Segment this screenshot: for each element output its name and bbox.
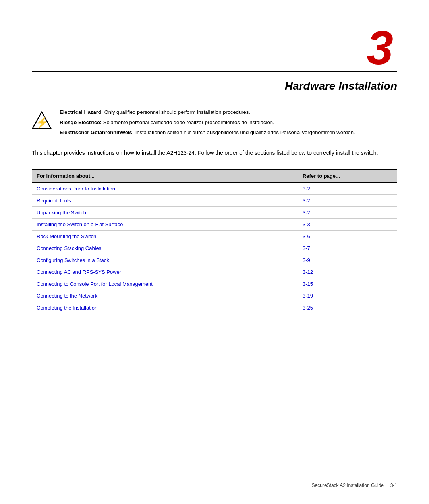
table-row: Connecting Stacking Cables3-7 xyxy=(32,242,397,254)
chapter-title: Hardware Installation xyxy=(32,80,397,92)
table-cell-page[interactable]: 3-2 xyxy=(298,206,397,218)
table-row: Unpacking the Switch3-2 xyxy=(32,206,397,218)
warning-electrical-hazard: Electrical Hazard: Only qualified person… xyxy=(60,108,397,116)
table-cell-topic[interactable]: Configuring Switches in a Stack xyxy=(32,254,298,266)
warning-section: ⚡ Electrical Hazard: Only qualified pers… xyxy=(32,108,397,137)
page-container: 3 Hardware Installation ⚡ Electrical Haz… xyxy=(0,0,429,504)
table-cell-page[interactable]: 3-12 xyxy=(298,266,397,278)
table-row: Required Tools3-2 xyxy=(32,194,397,206)
table-cell-page[interactable]: 3-15 xyxy=(298,278,397,290)
warning-elektrischer: Elektrischer Gefahrenhinweis: Installati… xyxy=(60,129,397,137)
table-cell-page[interactable]: 3-6 xyxy=(298,230,397,242)
svg-text:⚡: ⚡ xyxy=(35,116,49,129)
table-cell-page[interactable]: 3-2 xyxy=(298,194,397,206)
table-row: Connecting to the Network3-19 xyxy=(32,290,397,302)
table-cell-topic[interactable]: Connecting to Console Port for Local Man… xyxy=(32,278,298,290)
table-cell-topic[interactable]: Considerations Prior to Installation xyxy=(32,183,298,195)
table-row: Considerations Prior to Installation3-2 xyxy=(32,183,397,195)
table-header-row: For information about... Refer to page..… xyxy=(32,169,397,183)
table-cell-page[interactable]: 3-2 xyxy=(298,183,397,195)
warning-text: Electrical Hazard: Only qualified person… xyxy=(60,108,397,137)
table-cell-page[interactable]: 3-19 xyxy=(298,290,397,302)
footer-page: 3-1 xyxy=(390,483,397,488)
page-footer: SecureStack A2 Installation Guide 3-1 xyxy=(312,483,397,488)
table-cell-topic[interactable]: Completing the Installation xyxy=(32,302,298,314)
table-row: Connecting to Console Port for Local Man… xyxy=(32,278,397,290)
table-cell-page[interactable]: 3-25 xyxy=(298,302,397,314)
table-cell-page[interactable]: 3-7 xyxy=(298,242,397,254)
chapter-number: 3 xyxy=(32,24,397,71)
intro-paragraph: This chapter provides instructions on ho… xyxy=(32,148,397,157)
table-row: Connecting AC and RPS-SYS Power3-12 xyxy=(32,266,397,278)
electrical-hazard-icon: ⚡ xyxy=(32,110,52,130)
toc-table: For information about... Refer to page..… xyxy=(32,169,397,314)
table-cell-topic[interactable]: Required Tools xyxy=(32,194,298,206)
footer-text: SecureStack A2 Installation Guide xyxy=(312,483,384,488)
table-row: Installing the Switch on a Flat Surface3… xyxy=(32,218,397,230)
table-cell-topic[interactable]: Installing the Switch on a Flat Surface xyxy=(32,218,298,230)
table-cell-topic[interactable]: Unpacking the Switch xyxy=(32,206,298,218)
table-cell-topic[interactable]: Connecting AC and RPS-SYS Power xyxy=(32,266,298,278)
table-header-col1: For information about... xyxy=(32,169,298,183)
table-cell-page[interactable]: 3-9 xyxy=(298,254,397,266)
table-header-col2: Refer to page... xyxy=(298,169,397,183)
warning-riesgo-electrico: Riesgo Electrico: Solamente personal cal… xyxy=(60,119,397,127)
chapter-divider xyxy=(32,71,397,72)
table-row: Configuring Switches in a Stack3-9 xyxy=(32,254,397,266)
table-cell-page[interactable]: 3-3 xyxy=(298,218,397,230)
table-cell-topic[interactable]: Connecting Stacking Cables xyxy=(32,242,298,254)
table-row: Rack Mounting the Switch3-6 xyxy=(32,230,397,242)
table-cell-topic[interactable]: Connecting to the Network xyxy=(32,290,298,302)
table-cell-topic[interactable]: Rack Mounting the Switch xyxy=(32,230,298,242)
table-row: Completing the Installation3-25 xyxy=(32,302,397,314)
